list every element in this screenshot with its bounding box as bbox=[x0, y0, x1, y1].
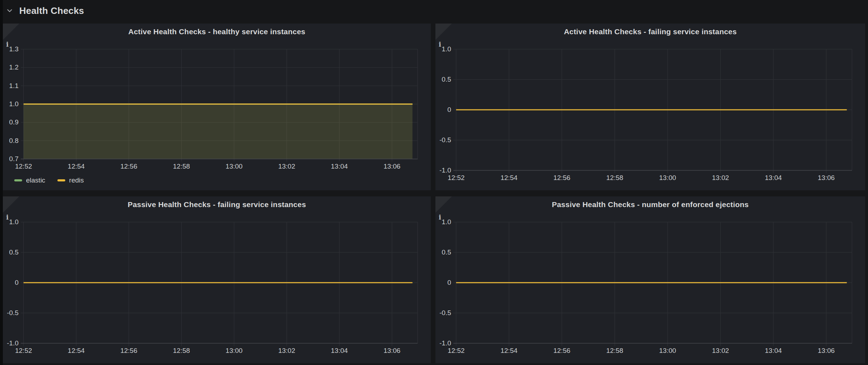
y-tick-label: 1.2 bbox=[9, 63, 19, 71]
x-axis-labels: 12:5212:5412:5612:5813:0013:0213:0413:06 bbox=[24, 159, 418, 175]
x-tick-label: 13:04 bbox=[765, 174, 782, 182]
x-tick-label: 13:04 bbox=[331, 347, 348, 355]
x-axis-labels: 12:5212:5412:5612:5813:0013:0213:0413:06 bbox=[456, 170, 852, 186]
panel-active-failing: i Active Health Checks - failing service… bbox=[435, 24, 865, 190]
info-icon: i bbox=[439, 214, 441, 221]
x-tick-label: 12:54 bbox=[500, 174, 517, 182]
panel-title[interactable]: Active Health Checks - failing service i… bbox=[435, 24, 865, 40]
y-tick-label: 0.9 bbox=[9, 118, 19, 126]
x-tick-label: 12:52 bbox=[448, 174, 465, 182]
panel-passive-failing: i Passive Health Checks - failing servic… bbox=[3, 196, 431, 363]
chart-canvas bbox=[24, 49, 418, 159]
row-title[interactable]: Health Checks bbox=[19, 5, 84, 16]
x-tick-label: 13:02 bbox=[278, 347, 295, 355]
x-tick-label: 12:58 bbox=[606, 174, 623, 182]
y-tick-label: 1.0 bbox=[442, 45, 451, 53]
y-tick-label: 0 bbox=[15, 279, 19, 287]
legend-label[interactable]: redis bbox=[69, 176, 84, 184]
x-tick-label: 13:02 bbox=[712, 347, 729, 355]
x-tick-label: 13:06 bbox=[383, 163, 400, 170]
x-tick-label: 13:00 bbox=[226, 347, 243, 355]
x-tick-label: 12:56 bbox=[553, 174, 571, 182]
x-tick-label: 12:58 bbox=[173, 347, 190, 355]
panel-passive-ejections: i Passive Health Checks - number of enfo… bbox=[435, 196, 865, 363]
legend-label[interactable]: elastic bbox=[26, 176, 45, 184]
x-tick-label: 12:56 bbox=[553, 347, 571, 355]
y-tick-label: 0 bbox=[447, 279, 451, 287]
x-tick-label: 13:02 bbox=[278, 163, 295, 170]
panel-info-corner[interactable]: i bbox=[435, 24, 452, 40]
series-color-marker bbox=[57, 179, 65, 181]
y-tick-label: 0.5 bbox=[9, 248, 19, 256]
y-axis-labels: 1.00.50-0.5-1.0 bbox=[3, 222, 24, 343]
y-tick-label: 0.7 bbox=[9, 155, 19, 163]
x-tick-label: 13:00 bbox=[659, 174, 676, 182]
chart-canvas bbox=[456, 49, 852, 170]
info-icon: i bbox=[6, 41, 9, 48]
x-tick-label: 13:06 bbox=[818, 347, 835, 355]
y-tick-label: -0.5 bbox=[439, 309, 451, 317]
x-tick-label: 12:52 bbox=[15, 347, 32, 355]
chart-canvas bbox=[456, 222, 852, 343]
panel-info-corner[interactable]: i bbox=[3, 24, 19, 40]
info-icon: i bbox=[6, 214, 9, 221]
y-tick-label: 0.5 bbox=[442, 76, 451, 83]
x-axis-labels: 12:5212:5412:5612:5813:0013:0213:0413:06 bbox=[456, 343, 852, 359]
x-tick-label: 13:00 bbox=[659, 347, 676, 355]
panel-info-corner[interactable]: i bbox=[435, 196, 452, 213]
panel-title[interactable]: Passive Health Checks - failing service … bbox=[3, 196, 431, 213]
x-axis-labels: 12:5212:5412:5612:5813:0013:0213:0413:06 bbox=[24, 343, 418, 359]
x-tick-label: 13:00 bbox=[226, 163, 243, 170]
y-tick-label: -0.5 bbox=[7, 309, 19, 317]
x-tick-label: 12:54 bbox=[500, 347, 517, 355]
series-fill-elastic bbox=[24, 104, 413, 159]
panel-title[interactable]: Passive Health Checks - number of enforc… bbox=[435, 196, 865, 213]
series-color-marker bbox=[14, 179, 22, 181]
window-left-edge bbox=[0, 0, 3, 365]
x-tick-label: 12:54 bbox=[68, 347, 85, 355]
legend: elastic redis bbox=[14, 175, 418, 186]
plot-area[interactable] bbox=[456, 49, 852, 170]
y-tick-label: 0.8 bbox=[9, 137, 19, 145]
legend-item-elastic[interactable]: elastic bbox=[14, 176, 45, 184]
legend-item-redis[interactable]: redis bbox=[57, 176, 84, 184]
x-tick-label: 12:54 bbox=[68, 163, 85, 170]
grid-lines bbox=[21, 222, 418, 346]
y-tick-label: 0 bbox=[447, 106, 451, 114]
y-tick-label: -1.0 bbox=[439, 166, 451, 174]
x-tick-label: 13:04 bbox=[765, 347, 782, 355]
panel-info-corner[interactable]: i bbox=[3, 196, 19, 213]
x-tick-label: 12:52 bbox=[15, 163, 32, 170]
x-tick-label: 13:06 bbox=[383, 347, 400, 355]
y-tick-label: -1.0 bbox=[439, 339, 451, 347]
chart-canvas bbox=[24, 222, 418, 343]
y-tick-label: 1.0 bbox=[9, 218, 19, 226]
x-tick-label: 12:58 bbox=[173, 163, 190, 170]
x-tick-label: 13:02 bbox=[712, 174, 729, 182]
grid-lines bbox=[453, 222, 852, 346]
panel-active-healthy: i Active Health Checks - healthy service… bbox=[3, 24, 431, 190]
plot-area[interactable] bbox=[24, 49, 418, 159]
x-tick-label: 12:56 bbox=[120, 347, 137, 355]
y-axis-labels: 1.31.21.11.00.90.80.7 bbox=[3, 49, 24, 159]
chevron-down-icon[interactable] bbox=[5, 6, 14, 15]
row-header[interactable]: Health Checks bbox=[5, 0, 84, 21]
y-tick-label: -0.5 bbox=[439, 136, 451, 144]
info-icon: i bbox=[439, 41, 441, 48]
y-axis-labels: 1.00.50-0.5-1.0 bbox=[435, 49, 456, 170]
y-tick-label: 0.5 bbox=[442, 248, 451, 256]
y-tick-label: -1.0 bbox=[7, 339, 19, 347]
y-tick-label: 1.1 bbox=[9, 82, 19, 90]
plot-area[interactable] bbox=[24, 222, 418, 343]
y-tick-label: 1.0 bbox=[9, 100, 19, 108]
y-axis-labels: 1.00.50-0.5-1.0 bbox=[435, 222, 456, 343]
x-tick-label: 12:56 bbox=[120, 163, 137, 170]
x-tick-label: 12:52 bbox=[448, 347, 465, 355]
x-tick-label: 13:06 bbox=[818, 174, 835, 182]
plot-area[interactable] bbox=[456, 222, 852, 343]
y-tick-label: 1.0 bbox=[442, 218, 451, 226]
panel-title[interactable]: Active Health Checks - healthy service i… bbox=[3, 24, 431, 40]
y-tick-label: 1.3 bbox=[9, 45, 19, 53]
grid-lines bbox=[453, 49, 852, 173]
x-tick-label: 12:58 bbox=[606, 347, 623, 355]
